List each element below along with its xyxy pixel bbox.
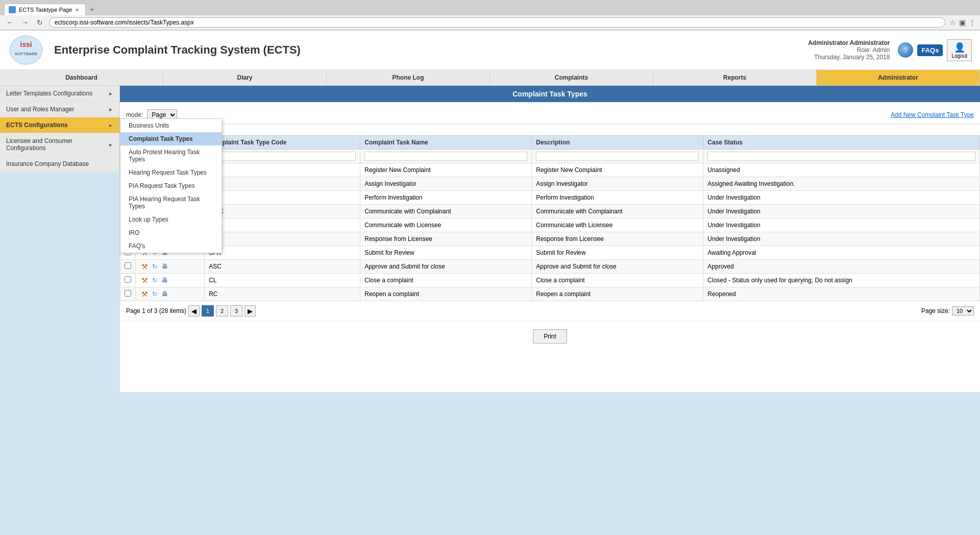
sidebar-arrow-icon: ► [108, 123, 113, 128]
row-description: Register New Complaint [532, 163, 703, 177]
page-2-button[interactable]: 2 [216, 305, 228, 317]
edit-icon[interactable]: ⚒ [140, 276, 149, 285]
dropdown-item-lookup-types[interactable]: Look up Types [120, 213, 222, 226]
filter-name-cell [360, 150, 532, 163]
add-new-link[interactable]: Add New Complaint Task Type [891, 111, 974, 118]
tab-close-button[interactable]: ✕ [75, 7, 79, 13]
sidebar-item-label: Letter Templates Configurations [6, 90, 92, 97]
content-area: Complaint Task Types Add New Complaint T… [120, 86, 980, 392]
sidebar-item-user-roles[interactable]: User and Roles Manager ► [0, 102, 119, 117]
row-description: Assign Investigator [532, 177, 703, 191]
table-row: ⚒ ↻ 🖶 RFL Response from Licensee Respons… [120, 232, 980, 246]
sidebar-item-ects-config[interactable]: ECTS Configurations ► [0, 117, 119, 133]
reload-button[interactable]: ↻ [35, 17, 45, 28]
row-print-icon[interactable]: 🖶 [160, 289, 169, 299]
row-code: RFL [205, 232, 360, 246]
row-name: Register New Complaint [360, 163, 532, 177]
print-button[interactable]: Print [533, 329, 567, 344]
help-icon: ? [898, 42, 913, 58]
row-name: Response from Licensee [360, 232, 532, 246]
url-input[interactable] [49, 17, 945, 28]
forward-button[interactable]: → [19, 17, 31, 28]
filter-code-input[interactable] [209, 152, 356, 161]
row-case-status: Reopened [703, 287, 980, 301]
nav-complaints[interactable]: Complaints [490, 70, 653, 85]
sidebar-wrapper: Letter Templates Configurations ► User a… [0, 86, 120, 392]
row-code: AI [205, 177, 360, 191]
nav-diary[interactable]: Diary [163, 70, 327, 85]
row-checkbox[interactable] [125, 276, 131, 283]
nav-reports[interactable]: Reports [653, 70, 817, 85]
nav-administrator[interactable]: Administrator [817, 70, 980, 85]
row-print-icon[interactable]: 🖶 [160, 262, 169, 271]
bookmark-icon[interactable]: ☆ [949, 18, 956, 27]
history-icon[interactable]: ↻ [150, 276, 159, 285]
page-prev-button[interactable]: ◀ [188, 305, 200, 317]
active-tab[interactable]: ECTS Tasktype Page ✕ [4, 4, 86, 15]
sidebar-item-insurance-db[interactable]: Insurance Company Database [0, 156, 119, 172]
dropdown-item-pia-hearing[interactable]: PIA Hearing Request Task Types [120, 192, 222, 213]
new-tab-button[interactable]: + [86, 3, 98, 15]
page-3-button[interactable]: 3 [230, 305, 242, 317]
nav-dashboard[interactable]: Dashboard [0, 70, 163, 85]
screenshot-icon[interactable]: ▣ [959, 18, 966, 27]
sidebar-arrow-icon: ► [108, 107, 113, 112]
menu-icon[interactable]: ⋮ [969, 18, 976, 27]
sidebar-item-licensee-config[interactable]: Licensee and Consumer Configurations ► [0, 133, 119, 156]
edit-icon[interactable]: ⚒ [140, 262, 149, 271]
dropdown-item-iro[interactable]: IRO [120, 226, 222, 239]
address-bar: ← → ↻ ☆ ▣ ⋮ [0, 15, 980, 30]
pagination: Page 1 of 3 (28 items) ◀ 1 2 3 ▶ Page si… [120, 301, 980, 321]
row-name: Communicate with Licensee [360, 218, 532, 232]
row-description: Close a complaint [532, 274, 703, 287]
faq-button[interactable]: FAQs [917, 44, 943, 56]
row-name: Assign Investigator [360, 177, 532, 191]
sidebar-item-label: Licensee and Consumer Configurations [6, 137, 108, 152]
svg-text:SOFTWARE: SOFTWARE [14, 52, 37, 56]
page-size-label: Page size: [921, 307, 950, 314]
row-description: Response from Licensee [532, 232, 703, 246]
row-checkbox[interactable] [125, 290, 131, 297]
header-date: Thursday, January 25, 2018 [808, 54, 890, 61]
action-icons: ⚒ ↻ 🖶 [140, 276, 200, 285]
sidebar-item-letter-templates[interactable]: Letter Templates Configurations ► [0, 86, 119, 102]
edit-icon[interactable]: ⚒ [140, 289, 149, 299]
page-1-button[interactable]: 1 [202, 305, 214, 317]
table-row: ⚒ ↻ 🖶 CR Register New Complaint Register… [120, 163, 980, 177]
dropdown-item-pia-request[interactable]: PIA Request Task Types [120, 179, 222, 192]
page-size-select[interactable]: 10 [952, 306, 974, 315]
logout-button[interactable]: 👤 Logout [947, 39, 972, 61]
dropdown-item-complaint-task-types[interactable]: Complaint Task Types [120, 132, 222, 145]
filter-status-input[interactable] [707, 152, 975, 161]
dropdown-item-hearing-request[interactable]: Hearing Request Task Types [120, 166, 222, 179]
row-name: Perform Investigation [360, 191, 532, 205]
results-info: s: 0. [120, 124, 980, 135]
row-code: SFR [205, 246, 360, 260]
row-checkbox-cell [120, 260, 136, 274]
dropdown-item-business-units[interactable]: Business Units [120, 119, 222, 132]
filter-desc-input[interactable] [536, 152, 699, 161]
filter-name-input[interactable] [364, 152, 527, 161]
page-next-button[interactable]: ▶ [244, 305, 256, 317]
logo-area: issi SOFTWARE [8, 35, 44, 65]
back-button[interactable]: ← [4, 17, 15, 28]
row-case-status: Awaiting Approval [703, 246, 980, 260]
row-print-icon[interactable]: 🖶 [160, 276, 169, 285]
row-case-status: Under Investigation [703, 191, 980, 205]
logout-label: Logout [951, 53, 967, 59]
row-checkbox-cell [120, 287, 136, 301]
row-code: CR [205, 163, 360, 177]
row-case-status: Closed - Status only used for querying; … [703, 274, 980, 287]
help-button[interactable]: ? [898, 42, 913, 58]
filter-desc-cell [532, 150, 703, 163]
action-icons: ⚒ ↻ 🖶 [140, 289, 200, 299]
history-icon[interactable]: ↻ [150, 262, 159, 271]
filter-code-cell [205, 150, 360, 163]
dropdown-item-auto-protest[interactable]: Auto Protest Hearing Task Types [120, 145, 222, 166]
history-icon[interactable]: ↻ [150, 289, 159, 299]
row-checkbox[interactable] [125, 262, 131, 269]
nav-phone-log[interactable]: Phone Log [327, 70, 490, 85]
dropdown-item-faqs[interactable]: FAQ's [120, 239, 222, 253]
table-row: ⚒ ↻ 🖶 CL Close a complaint Close a compl… [120, 274, 980, 287]
user-info: Administrator Administrator Role: Admin … [808, 39, 890, 61]
